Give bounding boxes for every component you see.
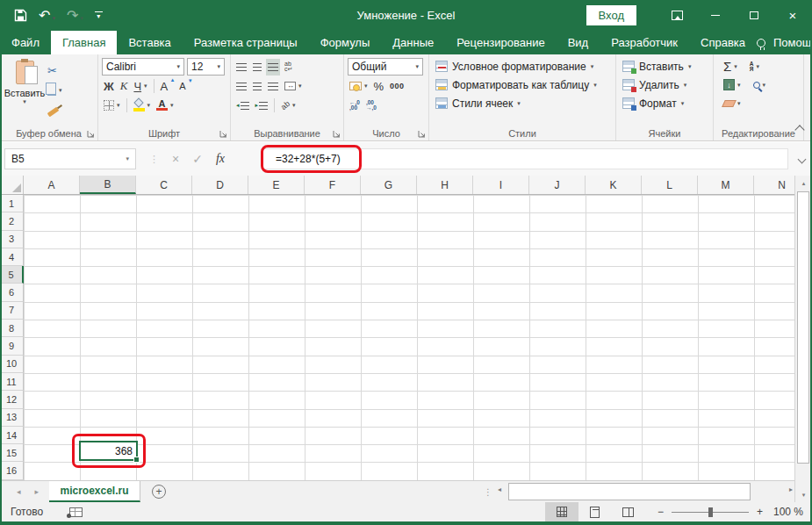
align-center-button[interactable] <box>251 78 263 95</box>
row-header-14[interactable]: 14 <box>0 427 24 444</box>
align-top-button[interactable] <box>234 59 248 76</box>
column-header-I[interactable]: I <box>473 176 529 194</box>
cells-button-1[interactable]: Удалить▾ <box>620 76 710 94</box>
active-cell[interactable]: 368 <box>79 441 138 461</box>
row-header-10[interactable]: 10 <box>0 356 24 373</box>
dropdown-caret-icon[interactable]: ▾ <box>292 102 296 109</box>
dropdown-caret-icon[interactable]: ▾ <box>59 87 62 94</box>
close-button[interactable]: × <box>773 0 812 31</box>
dropdown-caret-icon[interactable]: ▾ <box>737 100 741 107</box>
maximize-button[interactable] <box>735 0 773 31</box>
comma-style-button[interactable]: 000 <box>388 78 406 95</box>
row-header-12[interactable]: 12 <box>0 391 24 408</box>
row-header-5[interactable]: 5 <box>0 266 24 284</box>
format-painter-button[interactable] <box>46 101 64 118</box>
row-header-16[interactable]: 16 <box>0 462 24 479</box>
styles-button-2[interactable]: Стили ячеек▾ <box>433 94 613 112</box>
align-bottom-button[interactable] <box>266 59 280 76</box>
tab-Рецензирование[interactable]: Рецензирование <box>445 31 556 54</box>
paste-button[interactable]: Вставить ▾ <box>4 57 46 126</box>
cancel-icon[interactable]: × <box>172 152 179 166</box>
scroll-right-icon[interactable]: ▸ <box>789 485 793 493</box>
font-color-button[interactable]: А▾ <box>154 97 176 114</box>
align-right-button[interactable] <box>266 78 280 95</box>
customize-qat-button[interactable]: ▾ <box>95 11 103 19</box>
row-header-15[interactable]: 15 <box>0 444 24 462</box>
tab-scroll-splitter[interactable]: ⋮ <box>480 481 496 502</box>
dialog-launcher-icon[interactable] <box>333 130 341 138</box>
dropdown-caret-icon[interactable]: ▾ <box>170 102 174 109</box>
dialog-launcher-icon[interactable] <box>87 130 95 138</box>
sheet-tab[interactable]: microexcel.ru <box>49 481 140 502</box>
dropdown-caret-icon[interactable]: ▾ <box>298 83 302 90</box>
add-sheet-button[interactable]: + <box>140 481 177 502</box>
styles-button-1[interactable]: Форматировать как таблицу▾ <box>433 76 613 94</box>
cut-button[interactable]: ✂ <box>46 62 64 79</box>
column-header-E[interactable]: E <box>248 176 305 194</box>
column-header-J[interactable]: J <box>529 176 586 194</box>
row-header-9[interactable]: 9 <box>0 337 24 355</box>
column-header-F[interactable]: F <box>305 176 361 194</box>
align-middle-button[interactable] <box>251 59 263 76</box>
sort-filter-button[interactable]: АЯ▾ <box>748 58 761 75</box>
scroll-left-icon[interactable]: ◂ <box>498 485 501 493</box>
zoom-level[interactable]: 100 % <box>772 506 812 518</box>
select-all-corner[interactable] <box>0 176 24 194</box>
bold-button[interactable]: Ж <box>102 78 116 95</box>
row-header-1[interactable]: 1 <box>0 195 24 212</box>
insert-function-button[interactable]: fx <box>216 152 225 166</box>
dialog-launcher-icon[interactable] <box>418 130 426 138</box>
page-layout-view-button[interactable] <box>578 502 612 521</box>
normal-view-button[interactable] <box>545 502 578 521</box>
dropdown-caret-icon[interactable]: ▾ <box>734 63 737 70</box>
decrease-decimal-button[interactable]: ,00→,0 <box>364 97 378 114</box>
number-format-select[interactable]: Общий▾ <box>348 58 423 76</box>
sign-in-button[interactable]: Вход <box>586 5 636 25</box>
dropdown-caret-icon[interactable]: ▾ <box>147 102 151 109</box>
percent-style-button[interactable]: % <box>372 78 386 95</box>
page-break-view-button[interactable] <box>612 502 645 521</box>
column-header-L[interactable]: L <box>642 176 698 194</box>
cells-area[interactable] <box>24 195 794 480</box>
row-header-7[interactable]: 7 <box>0 302 24 320</box>
tab-Данные[interactable]: Данные <box>381 31 445 54</box>
dropdown-caret-icon[interactable]: ▾ <box>757 63 760 70</box>
font-size-select[interactable]: 12▾ <box>187 58 225 76</box>
cells-button-2[interactable]: Формат▾ <box>620 94 710 112</box>
vertical-scrollbar-thumb[interactable] <box>797 191 809 464</box>
fill-color-button[interactable]: ▾ <box>132 97 153 114</box>
sheet-prev-icon[interactable]: ◂ <box>17 487 21 496</box>
find-select-button[interactable]: ▾ <box>751 76 768 93</box>
tab-Разметка страницы[interactable]: Разметка страницы <box>183 31 309 54</box>
dropdown-caret-icon[interactable]: ▾ <box>126 155 129 162</box>
column-header-M[interactable]: M <box>698 176 754 194</box>
tab-Главная[interactable]: Главная <box>51 31 117 54</box>
row-header-6[interactable]: 6 <box>0 284 24 301</box>
tab-Формулы[interactable]: Формулы <box>309 31 382 54</box>
column-header-K[interactable]: K <box>586 176 642 194</box>
tab-Вставка[interactable]: Вставка <box>117 31 182 54</box>
tab-Вид[interactable]: Вид <box>557 31 600 54</box>
dialog-launcher-icon[interactable] <box>219 130 227 138</box>
decrease-font-button[interactable]: А▾ <box>177 78 192 95</box>
font-name-select[interactable]: Calibri▾ <box>102 58 184 76</box>
cells-button-0[interactable]: Вставить▾ <box>620 57 710 76</box>
align-left-button[interactable] <box>234 78 248 95</box>
increase-decimal-button[interactable]: ←,0,00 <box>348 97 362 114</box>
row-header-11[interactable]: 11 <box>0 373 24 391</box>
save-button[interactable] <box>14 9 27 22</box>
vertical-scrollbar[interactable]: ▴ ▾ <box>794 176 812 502</box>
borders-button[interactable]: ▾ <box>102 97 122 114</box>
dropdown-caret-icon[interactable]: ▾ <box>23 98 26 105</box>
merge-center-button[interactable]: ▾ <box>283 78 304 95</box>
dropdown-caret-icon[interactable]: ▾ <box>737 82 741 89</box>
clear-button[interactable]: ▾ <box>722 95 743 111</box>
minimize-button[interactable] <box>696 0 735 31</box>
copy-button[interactable]: ▾ <box>46 82 64 98</box>
accounting-format-button[interactable]: ▾ <box>348 78 370 95</box>
wrap-text-button[interactable]: abc↵ <box>283 59 294 76</box>
name-box[interactable]: B5 ▾ <box>4 148 136 169</box>
autosum-button[interactable]: Σ▾ <box>722 58 739 75</box>
increase-indent-button[interactable]: ▸ <box>254 97 270 114</box>
row-header-13[interactable]: 13 <box>0 409 24 427</box>
